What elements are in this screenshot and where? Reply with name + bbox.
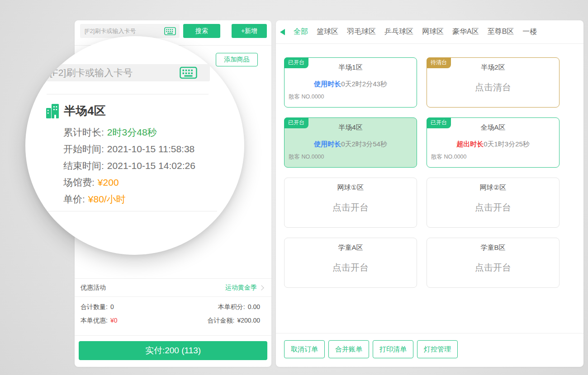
qty: 合计数量:0 <box>81 303 114 311</box>
customer-label: 散客 NO.0000 <box>289 153 324 161</box>
detail-row: 单价:¥80/小时 <box>63 191 195 207</box>
venue-card[interactable]: 学童B区点击开台 <box>427 238 560 288</box>
add-member-button[interactable]: +新增 <box>232 24 267 38</box>
venue-card-title: 网球①区 <box>285 183 417 192</box>
promo-label: 优惠活动 <box>81 284 106 292</box>
venue-detail-header: 半场4区 <box>46 103 105 119</box>
venue-card-title: 学童A区 <box>285 244 417 252</box>
tab-basketball[interactable]: 篮球区 <box>317 27 338 37</box>
magnified-bottom-divider <box>41 211 217 211</box>
tab-first-floor[interactable]: 一楼 <box>522 27 537 37</box>
tab-table-tennis[interactable]: 乒乓球区 <box>384 27 413 37</box>
chevron-right-icon <box>259 285 264 290</box>
promo-row: 优惠活动 运动黄金季 <box>75 278 271 297</box>
detail-label: 累计时长: <box>63 127 104 137</box>
venue-action-label: 点击开台 <box>285 262 417 274</box>
venue-card[interactable]: 学童A区点击开台 <box>284 238 417 288</box>
venue-card-grid: 已开台半场1区使用时长0天2时2分43秒散客 NO.0000待清台半场2区点击清… <box>284 57 560 288</box>
search-button[interactable]: 搜索 <box>183 24 220 38</box>
detail-label: 场馆费: <box>63 177 95 188</box>
venue-detail-rows: 累计时长:2时3分48秒开始时间:2021-10-15 11:58:38结束时间… <box>63 124 195 207</box>
print-list-button[interactable]: 打印清单 <box>373 340 413 358</box>
pay-button[interactable]: 实付:200 (113) <box>79 341 267 360</box>
tab-all[interactable]: 全部 <box>294 27 308 37</box>
duration-value: 0天2时3分54秒 <box>341 140 387 148</box>
venue-action-label: 点击清台 <box>427 81 559 94</box>
detail-value: ¥200 <box>98 177 119 188</box>
card-search-row: [F2]刷卡或输入卡号 搜索 +新增 <box>75 24 271 38</box>
promo-link[interactable]: 运动黄金季 <box>225 284 263 292</box>
cancel-order-button[interactable]: 取消订单 <box>284 340 325 358</box>
merge-bill-button[interactable]: 合并账单 <box>328 340 369 358</box>
venue-card-title: 全场A区 <box>427 123 559 132</box>
venue-card[interactable]: 网球①区点击开台 <box>284 178 417 228</box>
duration-value: 0天1时3分25秒 <box>484 140 530 148</box>
venue-detail-name: 半场4区 <box>64 103 105 119</box>
promo-value: 运动黄金季 <box>225 284 257 292</box>
venue-card[interactable]: 已开台全场A区超出时长0天1时3分25秒散客 NO.0000 <box>427 117 560 168</box>
tab-supreme-b[interactable]: 至尊B区 <box>488 27 514 37</box>
venue-card-title: 半场4区 <box>285 123 417 132</box>
card-search-placeholder: [F2]刷卡或输入卡号 <box>85 27 164 35</box>
magnified-search-input: [F2]刷卡或输入卡号 <box>43 64 210 81</box>
venue-duration: 使用时长0天2时3分54秒 <box>285 140 417 149</box>
footer-divider <box>276 333 583 333</box>
magnified-divider <box>47 94 209 94</box>
detail-value: 2时3分48秒 <box>107 127 157 137</box>
duration-label: 使用时长 <box>314 80 341 88</box>
detail-value: 2021-10-15 14:02:26 <box>107 160 195 171</box>
footer-buttons: 取消订单合并账单打印清单灯控管理 <box>284 340 458 358</box>
building-icon <box>46 104 59 118</box>
venue-card-title: 半场1区 <box>285 63 417 72</box>
tab-badminton[interactable]: 羽毛球区 <box>347 27 376 37</box>
add-product-button[interactable]: 添加商品 <box>216 53 258 66</box>
keyboard-icon[interactable] <box>164 27 176 35</box>
order-totals: 合计数量:0 本单积分:0.00 本单优惠:¥0 合计金额:¥200.00 <box>81 300 260 328</box>
customer-label: 散客 NO.0000 <box>289 93 324 101</box>
collapse-left-icon[interactable] <box>280 29 285 35</box>
duration-value: 0天2时2分43秒 <box>341 80 387 88</box>
venue-duration: 使用时长0天2时2分43秒 <box>285 80 417 89</box>
venue-action-label: 点击开台 <box>427 202 559 214</box>
magnified-placeholder: [F2]刷卡或输入卡号 <box>50 66 185 79</box>
detail-row: 开始时间:2021-10-15 11:58:38 <box>63 141 195 157</box>
detail-row: 场馆费:¥200 <box>63 174 195 191</box>
venue-card[interactable]: 已开台半场1区使用时长0天2时2分43秒散客 NO.0000 <box>284 57 417 108</box>
light-control-button[interactable]: 灯控管理 <box>417 340 458 358</box>
duration-label: 使用时长 <box>314 140 341 148</box>
detail-row: 累计时长:2时3分48秒 <box>63 124 195 141</box>
detail-value: 2021-10-15 11:58:38 <box>107 144 194 154</box>
venue-card-title: 学童B区 <box>427 244 559 252</box>
venue-card[interactable]: 网球②区点击开台 <box>427 178 560 228</box>
detail-label: 开始时间: <box>63 144 104 154</box>
venue-action-label: 点击开台 <box>427 262 559 274</box>
totals-row-2: 本单优惠:¥0 合计金额:¥200.00 <box>81 314 260 328</box>
duration-label: 超出时长 <box>456 140 484 148</box>
detail-label: 单价: <box>63 194 85 204</box>
detail-label: 结束时间: <box>63 160 104 171</box>
magnifier-overlay: [F2]刷卡或输入卡号 半场4区 累计时长:2时3分48秒开始时间:2021-1… <box>25 36 244 255</box>
venue-tabbar: 全部篮球区羽毛球区乒乓球区网球区豪华A区至尊B区一楼 <box>276 20 583 44</box>
venue-card[interactable]: 已开台半场4区使用时长0天2时3分54秒散客 NO.0000 <box>284 117 417 168</box>
keyboard-icon <box>180 67 197 79</box>
detail-row: 结束时间:2021-10-15 14:02:26 <box>63 157 195 174</box>
tab-tennis[interactable]: 网球区 <box>422 27 444 37</box>
totals-row-1: 合计数量:0 本单积分:0.00 <box>81 300 260 314</box>
discount: 本单优惠:¥0 <box>81 317 117 325</box>
venue-duration: 超出时长0天1时3分25秒 <box>427 140 559 149</box>
customer-label: 散客 NO.0000 <box>431 153 467 161</box>
detail-value: ¥80/小时 <box>88 194 126 204</box>
venue-action-label: 点击开台 <box>285 202 417 214</box>
venue-card-title: 网球②区 <box>427 183 559 192</box>
venue-card-title: 半场2区 <box>427 63 559 72</box>
venue-card[interactable]: 待清台半场2区点击清台 <box>427 57 560 108</box>
tab-deluxe-a[interactable]: 豪华A区 <box>452 27 479 37</box>
amount: 合计金额:¥200.00 <box>208 317 261 325</box>
points: 本单积分:0.00 <box>218 303 260 311</box>
venues-panel: 全部篮球区羽毛球区乒乓球区网球区豪华A区至尊B区一楼 已开台半场1区使用时长0天… <box>276 20 583 367</box>
pay-divider <box>75 335 271 336</box>
